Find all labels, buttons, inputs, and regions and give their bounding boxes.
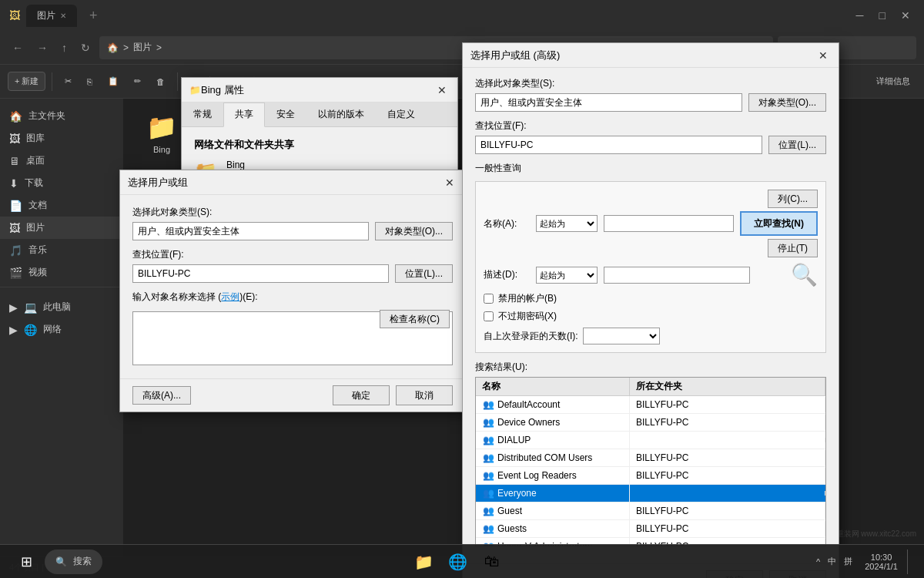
simple-advanced-btn[interactable]: 高级(A)...: [132, 386, 191, 405]
adv-desc-input[interactable]: [604, 267, 750, 284]
minimize-btn[interactable]: ─: [852, 9, 869, 22]
sidebar-item-home[interactable]: 🏠 主文件夹: [0, 105, 123, 127]
simple-ok-btn[interactable]: 确定: [333, 385, 390, 405]
maximize-btn[interactable]: □: [875, 9, 890, 22]
close-btn[interactable]: ✕: [896, 9, 915, 22]
result-row[interactable]: 👥 Guest BILLYFU-PC: [476, 502, 825, 520]
adv-disabled-checkbox[interactable]: [484, 294, 494, 304]
start-button[interactable]: ⊞: [12, 548, 40, 576]
new-button[interactable]: + 新建: [8, 72, 45, 91]
sidebar-item-pictures[interactable]: 🖼 图片: [0, 217, 123, 239]
sidebar-item-label: 网络: [43, 323, 62, 336]
adv-type-btn[interactable]: 对象类型(O)...: [748, 93, 826, 112]
forward-btn[interactable]: →: [32, 39, 52, 57]
adv-name-input[interactable]: [604, 215, 734, 232]
adv-list-btn[interactable]: 列(C)...: [768, 190, 818, 208]
user-icon: 👥: [482, 398, 494, 411]
result-folder-cell: BILLYFU-PC: [630, 415, 825, 430]
adv-col-folder: 所在文件夹: [630, 378, 825, 395]
result-name: DefaultAccount: [497, 399, 560, 410]
taskbar-ime[interactable]: 拼: [841, 556, 855, 567]
adv-days-select[interactable]: [583, 328, 660, 344]
result-name-cell: 👥 Guests: [476, 520, 630, 537]
result-row[interactable]: 👥 DefaultAccount BILLYFU-PC: [476, 396, 825, 414]
simple-dialog-content: 选择此对象类型(S): 用户、组或内置安全主体 对象类型(O)... 查找位置(…: [120, 195, 465, 378]
taskbar-store[interactable]: 🛍: [477, 546, 507, 577]
tab-general[interactable]: 常规: [182, 102, 223, 126]
rename-btn[interactable]: ✏: [128, 73, 147, 89]
sidebar-item-mypc[interactable]: ▶ 💻 此电脑: [0, 296, 123, 318]
simple-input-label: 输入对象名称来选择 (示例)(E):: [132, 291, 453, 304]
adv-noexpire-checkbox[interactable]: [484, 311, 494, 321]
result-row[interactable]: 👥 Distributed COM Users BILLYFU-PC: [476, 449, 825, 467]
details-btn[interactable]: 详细信息: [870, 72, 916, 90]
simple-location-btn[interactable]: 位置(L)...: [395, 264, 453, 283]
explorer-icon: 🖼: [9, 9, 20, 22]
tab-close-btn[interactable]: ✕: [60, 12, 66, 20]
user-icon: 👥: [482, 452, 494, 464]
taskbar-show-desktop[interactable]: [907, 549, 912, 574]
delete-btn[interactable]: 🗑: [150, 74, 171, 89]
tab-security[interactable]: 安全: [265, 102, 306, 126]
simple-dialog-title: 选择用户或组: [128, 176, 442, 190]
result-row[interactable]: 👥 Everyone: [476, 485, 825, 502]
adv-dialog-title-bar: 选择用户或组 (高级) ✕: [463, 43, 839, 68]
adv-search-btn[interactable]: 立即查找(N): [740, 211, 818, 236]
paste-btn[interactable]: 📋: [102, 73, 125, 89]
simple-location-value: BILLYFU-PC: [138, 268, 190, 279]
result-name: DIALUP: [497, 435, 531, 445]
result-row[interactable]: 👥 Guests BILLYFU-PC: [476, 520, 825, 538]
bing-dialog-tabs: 常规 共享 安全 以前的版本 自定义: [182, 102, 457, 127]
simple-dialog-close[interactable]: ✕: [442, 175, 457, 190]
up-btn[interactable]: ↑: [57, 39, 72, 57]
check-names-btn[interactable]: 检查名称(C): [380, 310, 450, 328]
taskbar-up-arrow[interactable]: ^: [813, 557, 823, 566]
new-tab-btn[interactable]: +: [83, 8, 104, 24]
adv-location-btn[interactable]: 位置(L)...: [768, 136, 826, 154]
sidebar-item-downloads[interactable]: ⬇ 下载: [0, 172, 123, 194]
taskbar-edge[interactable]: 🌐: [443, 546, 474, 577]
taskbar-sys: ^ 中 拼: [813, 556, 855, 567]
result-row[interactable]: 👥 DIALUP: [476, 432, 825, 449]
bing-dialog-close[interactable]: ✕: [434, 82, 450, 98]
taskbar-search[interactable]: 🔍 搜索: [45, 549, 102, 574]
tab-share[interactable]: 共享: [223, 102, 265, 127]
simple-location-row: BILLYFU-PC 位置(L)...: [132, 264, 453, 283]
sidebar-item-desktop[interactable]: 🖥 桌面: [0, 150, 123, 172]
result-row[interactable]: 👥 Device Owners BILLYFU-PC: [476, 414, 825, 432]
copy-btn[interactable]: ⎘: [81, 74, 99, 89]
sidebar-item-music[interactable]: 🎵 音乐: [0, 239, 123, 261]
taskbar-lang[interactable]: 中: [825, 556, 839, 567]
mypc-expand-icon: ▶: [9, 301, 18, 314]
path-arrow: >: [156, 42, 162, 53]
result-row[interactable]: 👥 Event Log Readers BILLYFU-PC: [476, 467, 825, 485]
adv-name-condition[interactable]: 起始为: [536, 215, 598, 232]
cut-btn[interactable]: ✂: [59, 73, 78, 89]
sidebar-item-videos[interactable]: 🎬 视频: [0, 261, 123, 284]
adv-dialog-close[interactable]: ✕: [815, 48, 831, 63]
sidebar-item-gallery[interactable]: 🖼 图库: [0, 127, 123, 150]
adv-stop-btn[interactable]: 停止(T): [768, 239, 818, 257]
adv-location-input: BILLYFU-PC: [475, 136, 762, 154]
taskbar-clock[interactable]: 10:30 2024/1/1: [860, 553, 902, 571]
adv-days-label: 自上次登录距的天数(I):: [484, 330, 578, 343]
simple-example-link[interactable]: 示例: [221, 291, 239, 302]
adv-desc-label: 描述(D):: [484, 268, 530, 281]
refresh-btn[interactable]: ↻: [76, 39, 95, 57]
sidebar-item-label: 此电脑: [43, 301, 71, 314]
adv-noexpire-label: 不过期密码(X): [498, 310, 557, 323]
tab-pictures[interactable]: 图片 ✕: [26, 5, 77, 27]
simple-type-btn[interactable]: 对象类型(O)...: [375, 222, 453, 240]
pictures-icon: 🖼: [9, 222, 20, 234]
copy-icon: ⎘: [87, 77, 92, 86]
tab-customize[interactable]: 自定义: [376, 102, 427, 126]
adv-results-list[interactable]: 名称 所在文件夹 👥 DefaultAccount BILLYFU-PC 👥 D…: [475, 377, 826, 546]
back-btn[interactable]: ←: [8, 39, 28, 57]
sidebar-item-docs[interactable]: 📄 文档: [0, 194, 123, 217]
adv-desc-condition[interactable]: 起始为: [536, 267, 598, 284]
simple-cancel-btn[interactable]: 取消: [396, 385, 453, 405]
bing-dialog-title-bar: 📁 Bing 属性 ✕: [182, 78, 457, 102]
taskbar-explorer[interactable]: 📁: [409, 546, 440, 577]
tab-previous-versions[interactable]: 以前的版本: [306, 102, 376, 126]
sidebar-item-network[interactable]: ▶ 🌐 网络: [0, 318, 123, 341]
